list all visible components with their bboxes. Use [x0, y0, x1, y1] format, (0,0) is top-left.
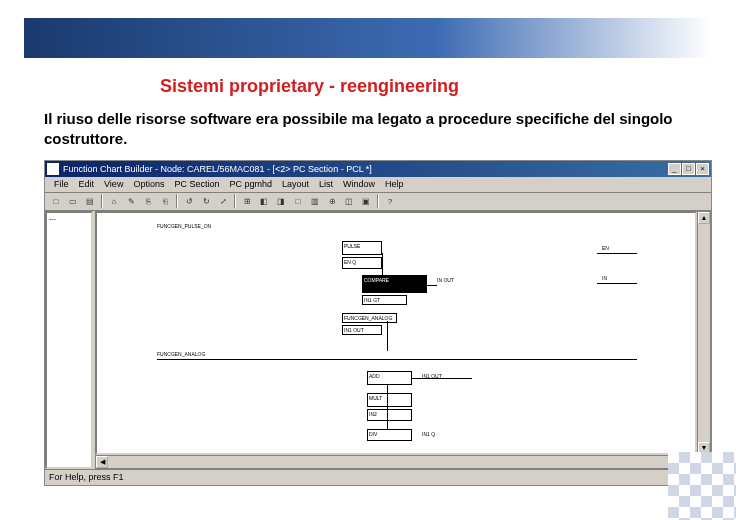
function-block[interactable]: IN1 OUT — [342, 325, 382, 335]
block-text: PULSE — [344, 243, 360, 249]
connection-wire — [387, 321, 388, 351]
block-text: DIV — [369, 431, 377, 437]
menu-help[interactable]: Help — [380, 179, 409, 189]
tool-alignr[interactable]: ◨ — [273, 194, 289, 209]
app-icon — [47, 163, 59, 175]
block-label: FUNCGEN_ANALOG — [157, 351, 205, 357]
block-text: MULT — [369, 395, 382, 401]
block-text: FUNCGEN_ANALOG — [344, 315, 392, 321]
block-text: IN1 OUT — [344, 327, 364, 333]
menu-edit[interactable]: Edit — [74, 179, 100, 189]
tool-zoom[interactable]: ⤢ — [215, 194, 231, 209]
tool-copy[interactable]: ⎘ — [140, 194, 156, 209]
block-label: IN — [602, 275, 607, 281]
tool-save[interactable]: ▤ — [82, 194, 98, 209]
function-block[interactable]: PULSE — [342, 241, 382, 255]
menu-pcsection[interactable]: PC Section — [169, 179, 224, 189]
maximize-button[interactable]: □ — [682, 163, 695, 175]
toolbar-separator — [234, 194, 236, 208]
function-block-selected[interactable]: COMPARE — [362, 275, 427, 293]
tree-label: --- — [47, 213, 91, 224]
function-block[interactable]: FUNCGEN_ANALOG — [342, 313, 397, 323]
menu-view[interactable]: View — [99, 179, 128, 189]
slide-body-text: Il riuso delle risorse software era poss… — [44, 109, 712, 150]
connection-wire — [407, 285, 437, 286]
menu-options[interactable]: Options — [128, 179, 169, 189]
block-text: EN Q — [344, 259, 356, 265]
tool-new[interactable]: □ — [48, 194, 64, 209]
workspace: --- FUNCGEN_PULSE_ON PULSE EN Q COMPARE … — [45, 211, 711, 469]
toolbar-separator — [176, 194, 178, 208]
connection-wire — [157, 359, 637, 360]
tree-panel[interactable]: --- — [45, 211, 93, 469]
block-text: ADD — [369, 373, 380, 379]
block-label: IN1 Q — [422, 431, 435, 437]
block-label: IN OUT — [437, 277, 454, 283]
tool-select[interactable]: ▣ — [358, 194, 374, 209]
block-text: COMPARE — [364, 277, 389, 283]
tool-redo[interactable]: ↻ — [198, 194, 214, 209]
tool-help[interactable]: ? — [382, 194, 398, 209]
minimize-button[interactable]: _ — [668, 163, 681, 175]
function-block[interactable]: EN Q — [342, 257, 382, 269]
connection-wire — [382, 253, 383, 277]
window-title: Function Chart Builder - Node: CAREL/56M… — [63, 164, 668, 174]
header-band — [24, 18, 712, 58]
connection-wire — [387, 385, 388, 429]
connection-wire — [597, 283, 637, 284]
tool-split[interactable]: ◫ — [341, 194, 357, 209]
close-button[interactable]: × — [696, 163, 709, 175]
block-text: IN2 — [369, 411, 377, 417]
tool-box[interactable]: □ — [290, 194, 306, 209]
slide-title: Sistemi proprietary - reengineering — [160, 76, 736, 97]
block-text: IN1 GT — [364, 297, 380, 303]
menu-file[interactable]: File — [49, 179, 74, 189]
app-window: Function Chart Builder - Node: CAREL/56M… — [44, 160, 712, 486]
tool-home[interactable]: ⌂ — [106, 194, 122, 209]
function-block[interactable]: IN1 GT — [362, 295, 407, 305]
function-block[interactable]: MULT — [367, 393, 412, 407]
menu-window[interactable]: Window — [338, 179, 380, 189]
horizontal-scrollbar[interactable]: ◀ ▶ — [95, 455, 697, 469]
scroll-up-button[interactable]: ▲ — [698, 212, 710, 224]
tool-grid[interactable]: ⊞ — [239, 194, 255, 209]
menu-list[interactable]: List — [314, 179, 338, 189]
block-label: FUNCGEN_PULSE_ON — [157, 223, 211, 229]
diagram-canvas[interactable]: FUNCGEN_PULSE_ON PULSE EN Q COMPARE IN1 … — [95, 211, 697, 455]
function-block[interactable]: ADD — [367, 371, 412, 385]
toolbar-separator — [101, 194, 103, 208]
tool-add[interactable]: ⊕ — [324, 194, 340, 209]
tool-open[interactable]: ▭ — [65, 194, 81, 209]
tool-alignl[interactable]: ◧ — [256, 194, 272, 209]
menu-layout[interactable]: Layout — [277, 179, 314, 189]
tool-undo[interactable]: ↺ — [181, 194, 197, 209]
block-label: EN — [602, 245, 609, 251]
diagram-content: FUNCGEN_PULSE_ON PULSE EN Q COMPARE IN1 … — [97, 213, 695, 453]
vertical-scrollbar[interactable]: ▲ ▼ — [697, 211, 711, 455]
titlebar[interactable]: Function Chart Builder - Node: CAREL/56M… — [45, 161, 711, 177]
status-help-text: For Help, press F1 — [49, 472, 667, 482]
toolbar: □ ▭ ▤ ⌂ ✎ ⎘ ⎗ ↺ ↻ ⤢ ⊞ ◧ ◨ □ ▥ ⊕ ◫ ▣ ? — [45, 193, 711, 211]
function-block[interactable]: IN2 — [367, 409, 412, 421]
connection-wire — [412, 378, 472, 379]
statusbar: For Help, press F1 NUM — [45, 469, 711, 485]
connection-wire — [597, 253, 637, 254]
function-block[interactable]: DIV — [367, 429, 412, 441]
toolbar-separator — [377, 194, 379, 208]
scroll-left-button[interactable]: ◀ — [96, 456, 108, 468]
tool-edit[interactable]: ✎ — [123, 194, 139, 209]
transparency-checker — [668, 452, 736, 520]
tool-paste[interactable]: ⎗ — [157, 194, 173, 209]
menu-pcpgmhd[interactable]: PC pgmhd — [224, 179, 277, 189]
menubar: File Edit View Options PC Section PC pgm… — [45, 177, 711, 193]
tool-fill[interactable]: ▥ — [307, 194, 323, 209]
